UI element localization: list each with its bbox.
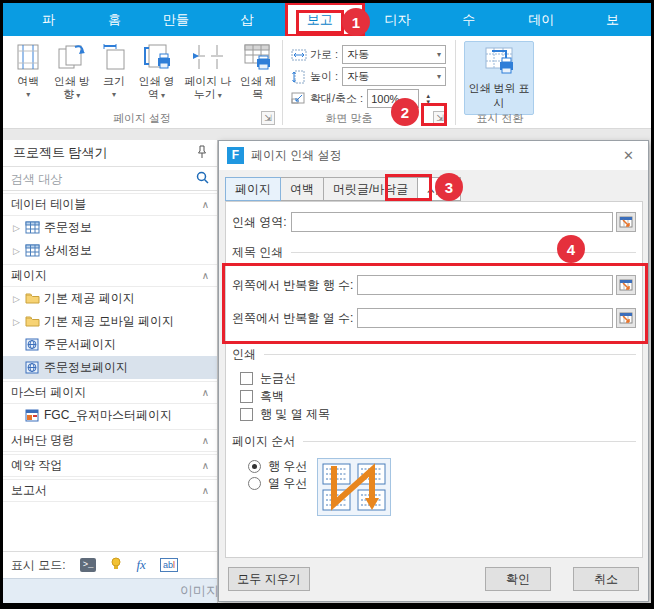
fit-height-select[interactable]: 자동 ▾	[342, 67, 446, 86]
sidebar-item-detail-info[interactable]: ▷ 상세정보	[3, 239, 217, 262]
fit-height-value: 자동	[347, 69, 369, 84]
item-label: FGC_유저마스터페이지	[44, 407, 172, 424]
row-col-headings-checkbox-row[interactable]: 행 및 열 제목	[226, 405, 642, 423]
sidebar-section-scheduled-tasks[interactable]: 예약 작업 ∧	[3, 454, 217, 477]
gridlines-label: 눈금선	[260, 370, 296, 387]
page-print-settings-dialog: F 페이지 인쇄 설정 ✕ 페이지 여백 머릿글/바닥글 시트 인쇄 영역: 제…	[218, 140, 649, 602]
blackwhite-checkbox-row[interactable]: 흑백	[226, 387, 642, 405]
search-box	[3, 167, 217, 191]
sidebar-item-order-info-page[interactable]: 주문정보페이지	[3, 356, 217, 379]
fit-width-select[interactable]: 자동 ▾	[342, 45, 446, 64]
search-icon[interactable]	[196, 171, 209, 187]
project-explorer-title: 프로젝트 탐색기	[13, 144, 108, 162]
dropdown-caret-icon: ▾	[96, 88, 133, 101]
size-label: 크기	[103, 75, 125, 87]
pin-icon[interactable]	[197, 145, 207, 162]
sidebar-item-order-page[interactable]: 주문서페이지	[3, 333, 217, 356]
sidebar-section-data-tables[interactable]: 데이터 테이블 ∧	[3, 193, 217, 216]
sidebar-section-pages[interactable]: 페이지 ∧	[3, 264, 217, 287]
table-icon	[25, 244, 41, 258]
gridlines-checkbox[interactable]	[240, 372, 253, 385]
ribbon-group-fit: 가로 : 자동 ▾ 높이 : 자동 ▾	[285, 36, 453, 129]
sidebar-section-master-pages[interactable]: 마스터 페이지 ∧	[3, 381, 217, 404]
abl-mode-icon[interactable]: abl	[160, 558, 178, 572]
tab-header-footer[interactable]: 머릿글/바닥글	[323, 177, 418, 201]
expander-icon[interactable]: ▷	[13, 294, 25, 304]
col-first-label: 열 우선	[268, 475, 307, 492]
tab-margins[interactable]: 여백	[280, 177, 324, 201]
repeat-cols-input[interactable]	[357, 308, 613, 328]
sidebar-item-master-page[interactable]: FGC_유저마스터페이지	[3, 404, 217, 427]
expander-icon[interactable]: ▷	[13, 246, 25, 256]
ok-button[interactable]: 확인	[485, 567, 551, 591]
chevron-up-icon: ∧	[202, 387, 209, 398]
item-label: 상세정보	[44, 242, 92, 259]
row-col-headings-checkbox[interactable]	[240, 408, 253, 421]
zoom-scale-icon	[291, 92, 307, 106]
search-input[interactable]	[11, 172, 196, 186]
menu-tab-design[interactable]: 디자인	[364, 3, 442, 36]
menu-tab-create[interactable]: 만들기	[142, 3, 220, 36]
project-explorer-panel: 프로젝트 탐색기 데이터 테이블 ∧ ▷ 주문정보 ▷ 상세정보 페이지	[3, 140, 218, 603]
sidebar-section-server-commands[interactable]: 서버단 명령 ∧	[3, 429, 217, 452]
sidebar-item-builtin-pages[interactable]: ▷ 기본 제공 페이지	[3, 287, 217, 310]
dialog-tabstrip: 페이지 여백 머릿글/바닥글 시트	[225, 179, 460, 201]
expander-icon[interactable]: ▷	[13, 317, 25, 327]
annotation-step-2: 2	[391, 98, 419, 126]
dropdown-caret-icon: ▾	[76, 91, 80, 100]
cancel-button[interactable]: 취소	[573, 567, 639, 591]
print-titles-button[interactable]: 인쇄 제목	[237, 40, 279, 106]
menu-tab-formula[interactable]: 수식	[441, 3, 507, 36]
item-label: 주문정보페이지	[44, 359, 128, 376]
row-first-radio-row[interactable]: 행 우선	[226, 458, 307, 475]
menu-tab-data[interactable]: 데이터	[507, 3, 585, 36]
menu-tab-security[interactable]: 보안	[585, 3, 651, 36]
section-label: 보고서	[11, 482, 47, 499]
menu-tab-home[interactable]: 홈	[87, 3, 142, 36]
row-first-label: 행 우선	[268, 458, 307, 475]
blackwhite-checkbox[interactable]	[240, 390, 253, 403]
fit-dialog-launcher[interactable]: ⇲	[433, 111, 447, 125]
menu-tab-insert[interactable]: 삽입	[220, 3, 286, 36]
group-label-page-setup: 페이지 설정	[3, 111, 281, 126]
sidebar-item-order-info[interactable]: ▷ 주문정보	[3, 216, 217, 239]
bottom-tab-bar: 이미지 목록 인쇄	[3, 578, 217, 603]
sidebar-item-builtin-mobile-pages[interactable]: ▷ 기본 제공 모바일 페이지	[3, 310, 217, 333]
spin-down-icon[interactable]: ▼	[425, 99, 431, 105]
print-area-label: 인쇄 영역	[139, 75, 175, 100]
range-picker-button[interactable]	[616, 212, 636, 232]
fx-mode-icon[interactable]: fx	[136, 557, 145, 573]
col-first-radio-row[interactable]: 열 우선	[226, 475, 307, 492]
menu-tab-file[interactable]: 파일	[21, 3, 87, 36]
repeat-rows-input[interactable]	[357, 275, 613, 295]
web-page-icon	[25, 361, 41, 375]
row-first-radio[interactable]	[248, 460, 261, 473]
divider	[264, 354, 636, 355]
row-col-headings-label: 행 및 열 제목	[260, 406, 330, 423]
clear-all-button[interactable]: 모두 지우기	[228, 567, 310, 591]
fit-width-label: 가로 :	[310, 47, 338, 62]
tab-page[interactable]: 페이지	[225, 177, 281, 201]
show-print-range-button[interactable]: 인쇄 범위 표시	[464, 41, 534, 115]
range-picker-button[interactable]	[616, 275, 636, 295]
range-picker-button[interactable]	[616, 308, 636, 328]
print-area-input[interactable]	[291, 212, 613, 232]
expander-icon[interactable]: ▷	[13, 223, 25, 233]
page-setup-dialog-launcher[interactable]: ⇲	[261, 111, 275, 125]
size-button[interactable]: 크기▾	[96, 40, 133, 106]
col-first-radio[interactable]	[248, 477, 261, 490]
print-area-button[interactable]: 인쇄 영역▾	[134, 40, 178, 106]
ribbon-group-display-toggle: 인쇄 범위 표시 표시 전환	[456, 36, 544, 129]
lamp-mode-icon[interactable]	[110, 557, 122, 574]
section-label: 데이터 테이블	[11, 196, 86, 213]
gridlines-checkbox-row[interactable]: 눈금선	[226, 369, 642, 387]
page-break-button[interactable]: 페이지 나누기▾	[181, 40, 235, 106]
annotation-step-4: 4	[557, 235, 585, 263]
orientation-button[interactable]: 인쇄 방향▾	[50, 40, 94, 106]
orientation-label: 인쇄 방향	[54, 75, 90, 100]
terminal-mode-icon[interactable]: >_	[80, 558, 97, 572]
dropdown-caret-icon: ▾	[218, 91, 222, 100]
sidebar-section-reports[interactable]: 보고서 ∧	[3, 479, 217, 502]
margins-button[interactable]: 여백▾	[9, 40, 48, 106]
close-icon[interactable]: ✕	[617, 146, 640, 165]
